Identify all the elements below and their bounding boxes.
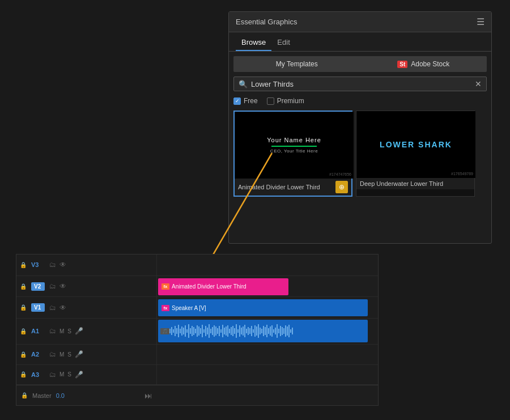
mic-icon-a2[interactable]: 🎤	[75, 350, 83, 358]
adobe-stock-button[interactable]: St Adobe Stock	[360, 56, 487, 72]
track-label-a2: A2	[31, 351, 45, 358]
master-label: Master	[32, 392, 52, 399]
nested-icon-v2[interactable]: 🗂	[49, 282, 56, 290]
mic-icon-a3[interactable]: 🎤	[75, 371, 83, 379]
master-row: 🔒 Master 0.0 ⏭	[16, 385, 378, 405]
master-value: 0.0	[56, 392, 65, 399]
track-content-v3	[157, 254, 378, 275]
clip-audio-a1[interactable]: 🎵	[158, 320, 368, 342]
track-label-v3: V3	[31, 261, 45, 268]
essential-graphics-panel: Essential Graphics ☰ Browse Edit My Temp…	[228, 11, 492, 244]
mute-a1[interactable]: M	[60, 328, 64, 334]
clip-name-animated-divider: Animated Divider Lower Third	[172, 283, 246, 290]
track-icons-a2: 🗂 M S 🎤	[49, 350, 83, 358]
mute-a3[interactable]: M	[60, 371, 64, 377]
nested-icon-a2[interactable]: 🗂	[49, 350, 56, 358]
panel-menu-icon[interactable]: ☰	[477, 16, 484, 27]
nested-icon-a3[interactable]: 🗂	[49, 371, 56, 379]
track-row-v3: 🔒 V3 🗂 👁	[16, 254, 378, 276]
eye-icon-v3[interactable]: 👁	[60, 261, 66, 269]
track-row-a1: 🔒 A1 🗂 M S 🎤 🎵	[16, 319, 378, 345]
template-card-deep-underwater[interactable]: LOWER SHARK #176549769 Deep Underwater L…	[356, 111, 475, 197]
clip-animated-divider[interactable]: fx Animated Divider Lower Third	[158, 278, 288, 295]
tab-browse[interactable]: Browse	[236, 36, 271, 51]
search-icon: 🔍	[239, 80, 248, 88]
track-header-a1: 🔒 A1 🗂 M S 🎤	[16, 319, 157, 344]
nested-icon-a1[interactable]: 🗂	[49, 327, 56, 335]
panel-tabs: Browse Edit	[229, 32, 491, 52]
track-content-v2: fx Animated Divider Lower Third	[157, 276, 378, 297]
filter-premium[interactable]: Premium	[267, 97, 304, 105]
track-content-a2	[157, 345, 378, 364]
free-checkbox[interactable]: ✓	[233, 97, 241, 105]
template-label-1: Animated Divider Lower Third ⊕	[235, 179, 351, 196]
search-input[interactable]	[251, 80, 475, 88]
speaker-fx-icon: fx	[162, 305, 169, 311]
lock-icon-v3[interactable]: 🔒	[20, 262, 27, 268]
track-icons-a3: 🗂 M S 🎤	[49, 371, 83, 379]
lock-icon-a2[interactable]: 🔒	[20, 351, 27, 358]
audio-icon-a1: 🎵	[160, 328, 169, 334]
nested-icon-v3[interactable]: 🗂	[49, 261, 56, 269]
track-content-a3	[157, 365, 378, 385]
clip-name-speaker-a: Speaker A [V]	[172, 305, 206, 311]
waveform-a1	[169, 323, 366, 340]
panel-titlebar: Essential Graphics ☰	[229, 12, 491, 32]
source-buttons: My Templates St Adobe Stock	[229, 52, 491, 77]
solo-a3[interactable]: S	[67, 371, 71, 377]
track-row-v1: 🔒 V1 🗂 👁 fx Speaker A [V]	[16, 297, 378, 319]
adobe-stock-label: Adobe Stock	[411, 60, 449, 68]
master-header: 🔒 Master 0.0 ⏭	[16, 385, 157, 405]
filter-free[interactable]: ✓ Free	[233, 97, 258, 105]
track-label-a3: A3	[31, 371, 45, 378]
track-header-v1: 🔒 V1 🗂 👁	[16, 297, 157, 318]
track-row-v2: 🔒 V2 🗂 👁 fx Animated Divider Lower Third	[16, 276, 378, 298]
mute-a2[interactable]: M	[60, 351, 64, 358]
nested-icon-v1[interactable]: 🗂	[49, 304, 56, 312]
thumb-content-2: LOWER SHARK #176549769	[356, 111, 475, 178]
template-name-1: Animated Divider Lower Third	[238, 184, 320, 190]
search-clear-icon[interactable]: ✕	[475, 79, 482, 88]
track-icons-v3: 🗂 👁	[49, 261, 66, 269]
lock-icon-a1[interactable]: 🔒	[20, 328, 27, 334]
premium-checkbox[interactable]	[267, 97, 274, 105]
track-label-v2: V2	[31, 282, 45, 291]
template-move-icon[interactable]: ⊕	[335, 181, 348, 193]
master-end-button[interactable]: ⏭	[144, 391, 152, 400]
eye-icon-v2[interactable]: 👁	[60, 282, 66, 290]
track-icons-a1: 🗂 M S 🎤	[49, 327, 83, 335]
thumb-name-text: Your Name Here	[267, 137, 321, 143]
clip-speaker-a[interactable]: fx Speaker A [V]	[158, 299, 368, 316]
my-templates-button[interactable]: My Templates	[233, 56, 360, 72]
solo-a2[interactable]: S	[67, 351, 71, 358]
timeline-panel: 🔒 V3 🗂 👁 🔒 V2 🗂 👁 fx	[16, 254, 379, 406]
templates-grid: Your Name Here CEO, Your Title Here #174…	[229, 108, 491, 199]
mic-icon-a1[interactable]: 🎤	[75, 327, 83, 335]
lock-icon-a3[interactable]: 🔒	[20, 371, 27, 377]
thumb-id-1: #174747656	[329, 172, 351, 176]
track-label-v1: V1	[31, 303, 45, 312]
track-content-v1: fx Speaker A [V]	[157, 297, 378, 318]
template-card-animated-divider[interactable]: Your Name Here CEO, Your Title Here #174…	[233, 111, 352, 197]
track-header-a2: 🔒 A2 🗂 M S 🎤	[16, 345, 157, 364]
track-icons-v1: 🗂 👁	[49, 304, 66, 312]
track-row-a3: 🔒 A3 🗂 M S 🎤	[16, 365, 378, 385]
template-label-2: Deep Underwater Lower Third	[356, 178, 474, 189]
tab-edit[interactable]: Edit	[271, 36, 295, 51]
thumb-shark-main: LOWER SHARK	[380, 140, 452, 149]
search-bar: 🔍 ✕	[233, 77, 487, 91]
lock-icon-v1[interactable]: 🔒	[20, 304, 27, 311]
lock-icon-v2[interactable]: 🔒	[20, 283, 27, 290]
lock-icon-master[interactable]: 🔒	[21, 392, 28, 398]
adobe-stock-logo: St	[397, 61, 407, 68]
template-thumbnail-2: LOWER SHARK #176549769	[356, 111, 475, 178]
thumb-green-bar	[271, 146, 317, 147]
filter-row: ✓ Free Premium	[229, 95, 491, 108]
free-label: Free	[244, 97, 258, 105]
thumb-id-2: #176549769	[451, 172, 473, 176]
thumb-content-1: Your Name Here CEO, Your Title Here #174…	[235, 112, 354, 179]
solo-a1[interactable]: S	[67, 328, 71, 334]
eye-icon-v1[interactable]: 👁	[60, 304, 66, 312]
thumb-title-text: CEO, Your Title Here	[270, 149, 318, 154]
template-thumbnail-1: Your Name Here CEO, Your Title Here #174…	[235, 112, 354, 179]
